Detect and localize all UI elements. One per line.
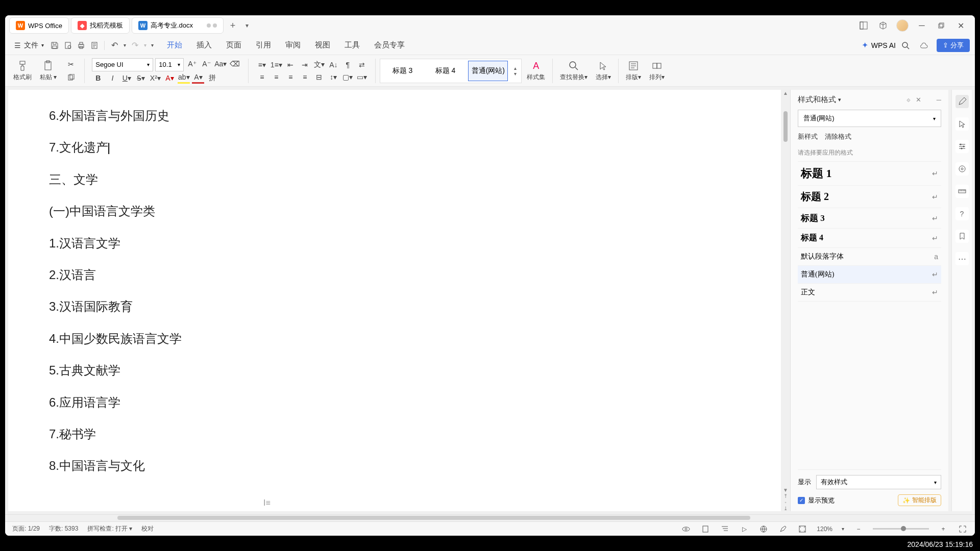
align-justify-button[interactable]: ≡ [299,71,311,83]
new-tab-button[interactable]: + [226,18,240,33]
zoom-value[interactable]: 120% [817,525,832,533]
vertical-scrollbar[interactable]: ▲ ▼ ⤒ ◦ ⤓ [781,87,790,514]
side-tool-help[interactable]: ? [955,207,969,220]
side-tool-edit[interactable] [955,95,969,108]
share-button[interactable]: ⇪ 分享 [937,39,970,52]
print-icon[interactable] [75,39,88,52]
style-gallery-item-heading4[interactable]: 标题 4 [425,61,465,81]
scroll-thumb[interactable] [783,111,788,142]
status-spellcheck[interactable]: 拼写检查: 打开 ▾ [87,524,132,533]
tab-template[interactable]: ◆ 找稻壳模板 [71,17,130,34]
doc-line-cursor[interactable]: 7.文化遗产 [49,132,740,163]
ribbon-tab-reference[interactable]: 引用 [255,38,272,52]
find-replace-button[interactable]: 查找替换▾ [557,59,591,83]
style-list-item[interactable]: 正文↵ [798,284,941,302]
scroll-up-icon[interactable]: ▲ [782,90,789,96]
redo-button[interactable]: ↷ [128,39,141,52]
ribbon-tab-start[interactable]: 开始 [166,38,183,52]
section-nav-icon[interactable]: ◦ [782,499,789,505]
shading-button[interactable]: ▢▾ [341,71,354,83]
status-page[interactable]: 页面: 1/29 [12,524,40,533]
style-gallery-item-normal-web[interactable]: 普通(网站) [468,61,508,81]
fit-page-icon[interactable] [797,524,807,534]
doc-line[interactable]: 1.汉语言文学 [49,228,740,259]
chevron-down-icon[interactable]: ▾ [838,96,841,103]
tabs-button[interactable]: ⇄ [356,59,368,70]
font-color-button[interactable]: A▾ [192,72,204,84]
copy-button[interactable] [65,72,77,83]
ribbon-tab-insert[interactable]: 插入 [195,38,213,52]
zoom-in-button[interactable]: + [938,524,948,534]
wps-ai-button[interactable]: WPS AI [871,41,896,49]
new-style-button[interactable]: 新样式 [798,132,818,141]
doc-line[interactable]: 2.汉语言 [49,259,740,291]
text-effects-button[interactable]: A▾ [163,72,176,84]
doc-line[interactable]: 5.古典文献学 [49,355,740,386]
scroll-down-icon[interactable]: ▼ [782,487,789,493]
phonetic-guide-button[interactable]: 拼 [206,72,218,84]
ribbon-tab-tools[interactable]: 工具 [344,38,361,52]
style-gallery-more[interactable]: ▴▾ [511,65,519,77]
page-up-icon[interactable]: ⤒ [782,493,789,499]
undo-button[interactable]: ↶ [108,39,121,52]
minimize-panel-icon[interactable]: ─ [937,96,941,104]
arrange-button[interactable]: 排列▾ [646,59,668,83]
zoom-dropdown-icon[interactable]: ▾ [842,526,844,532]
clear-formatting-button[interactable]: ⌫ [229,58,241,69]
style-gallery-item-heading3[interactable]: 标题 3 [382,61,422,81]
tab-document[interactable]: W 高考专业.docx [132,17,224,34]
highlight-button[interactable]: ab▾ [178,72,190,84]
doc-line[interactable]: 3.汉语国际教育 I≡ [49,291,740,322]
align-right-button[interactable]: ≡ [284,71,297,83]
page-preview-icon[interactable] [88,39,101,52]
page-down-icon[interactable]: ⤓ [782,505,789,511]
doc-line[interactable]: (一)中国语言文学类 [49,195,740,227]
redo-dropdown[interactable]: ▾ [141,39,149,52]
maximize-button[interactable] [935,19,947,32]
style-list-item[interactable]: 标题 1↵ [798,162,941,186]
sort-button[interactable]: A↓ [327,59,339,70]
read-mode-icon[interactable] [681,524,691,534]
align-center-button[interactable]: ≡ [270,71,282,83]
text-direction-button[interactable]: 文▾ [313,59,325,70]
horizontal-scrollbar[interactable] [5,514,975,521]
zoom-slider[interactable] [873,528,929,530]
format-painter-button[interactable]: 格式刷 [10,59,35,83]
paste-button[interactable]: 粘贴 ▾ [37,59,60,83]
print-preview-icon[interactable] [61,39,75,52]
close-button[interactable]: ✕ [954,19,967,32]
side-tool-more[interactable]: ⋯ [955,252,969,265]
user-avatar[interactable] [896,19,909,32]
doc-line[interactable]: 4.中国少数民族语言文学 [49,323,740,355]
search-icon[interactable] [899,39,912,52]
select-button[interactable]: 选择▾ [593,59,614,83]
file-menu[interactable]: ☰ 文件 ▾ [10,39,48,52]
decrease-indent-button[interactable]: ⇤ [284,59,297,70]
reading-view-icon[interactable]: ▷ [739,524,749,534]
cube-icon[interactable] [877,19,889,32]
cloud-chat-icon[interactable] [918,39,932,52]
style-list-item[interactable]: 标题 3↵ [798,208,941,229]
underline-button[interactable]: U▾ [120,72,133,84]
hscroll-thumb[interactable] [117,516,750,520]
increase-font-button[interactable]: A⁺ [186,58,198,69]
style-list-item[interactable]: 默认段落字体a [798,248,941,266]
document-area[interactable]: 6.外国语言与外国历史 7.文化遗产 三、文学 (一)中国语言文学类 1.汉语言… [8,90,781,511]
bullet-list-button[interactable]: ≡▾ [256,59,268,70]
distribute-button[interactable]: ⊟ [313,71,325,83]
ribbon-tab-review[interactable]: 审阅 [284,38,302,52]
increase-indent-button[interactable]: ⇥ [299,59,311,70]
status-proof[interactable]: 校对 [141,524,154,533]
display-filter-select[interactable]: 有效样式 ▾ [816,475,941,489]
style-list-item[interactable]: 标题 2↵ [798,186,941,208]
window-layouts-icon[interactable] [857,19,870,32]
undo-dropdown[interactable]: ▾ [121,39,128,52]
style-set-button[interactable]: A 样式集 [524,59,548,83]
close-panel-icon[interactable]: ✕ [916,96,921,104]
clear-format-button[interactable]: 清除格式 [825,132,851,141]
font-family-select[interactable]: Segoe UI ▾ [92,58,153,71]
new-tab-dropdown[interactable]: ▾ [240,18,254,33]
change-case-button[interactable]: Aa▾ [214,58,227,69]
doc-line[interactable]: 8.中国语言与文化 [49,450,740,482]
minimize-button[interactable]: ─ [916,19,928,32]
